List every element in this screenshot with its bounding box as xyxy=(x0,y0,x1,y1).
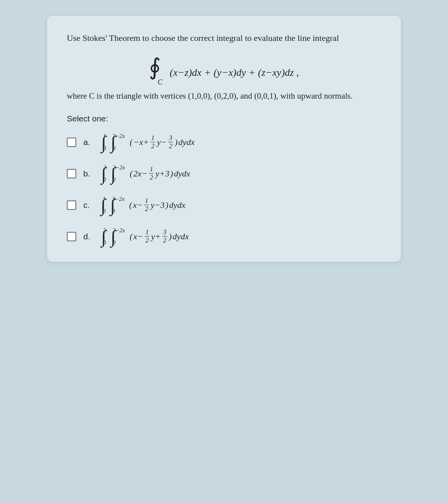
option-b-math: ∫ 2 0 ∫ 2−2x 0 ( 2x− 12 xyxy=(101,164,190,183)
where-text: where C is the triangle with vertices (1… xyxy=(67,90,381,103)
option-d-suffix: dydx xyxy=(173,231,189,242)
option-b-row: b. ∫ 2 0 ∫ 2−2x 0 ( xyxy=(67,164,381,183)
contour-integral-symbol: ∮ xyxy=(149,56,161,79)
option-b-label: b. xyxy=(83,169,90,178)
option-d-open-paren: ( xyxy=(130,231,132,242)
main-card: Use Stokes' Theorem to choose the correc… xyxy=(47,16,401,262)
option-c-term1: x− xyxy=(133,200,143,210)
option-a-frac1: 12 xyxy=(151,134,156,151)
option-b-term1: 2x− xyxy=(133,169,147,179)
option-d-y: y+ xyxy=(151,231,161,242)
option-b-open-paren: ( xyxy=(130,169,132,179)
option-a-close-paren: ) xyxy=(174,137,177,147)
option-a-frac2: 32 xyxy=(168,134,173,151)
option-c-frac1: 12 xyxy=(144,197,149,213)
option-a-y: y− xyxy=(157,137,167,147)
option-d-frac1: 12 xyxy=(145,228,150,245)
option-a-suffix: dydx xyxy=(178,137,195,147)
option-a-label: a. xyxy=(83,138,90,147)
option-d-close-paren: ) xyxy=(169,231,172,242)
option-b-y: y+3 xyxy=(155,169,169,179)
select-one-label: Select one: xyxy=(67,114,381,123)
option-d-label: d. xyxy=(83,232,90,241)
option-c-label: c. xyxy=(83,200,90,210)
option-a-open-paren: ( xyxy=(130,137,132,147)
integral-display: ∮ C (x−z)dx + (y−x)dy + (z−xy)dz , xyxy=(67,56,381,79)
option-c-row: c. ∫ 1 0 ∫ 3−2x 0 ( xyxy=(67,196,381,215)
option-d-frac2: 32 xyxy=(162,228,167,245)
option-d-math: ∫ 2 0 ∫ 2−2x 0 ( x− 12 xyxy=(101,227,189,246)
option-d-row: d. ∫ 2 0 ∫ 2−2x 0 ( xyxy=(67,227,381,246)
option-c-suffix: dydx xyxy=(169,200,185,210)
option-b-close-paren: ) xyxy=(170,169,173,179)
option-c-y: y−3 xyxy=(151,200,165,210)
option-b-checkbox[interactable] xyxy=(67,169,76,178)
integral-expression: (x−z)dx + (y−x)dy + (z−xy)dz , xyxy=(167,67,299,79)
option-d-checkbox[interactable] xyxy=(67,232,76,241)
option-c-open-paren: ( xyxy=(129,200,132,210)
option-c-checkbox[interactable] xyxy=(67,200,76,210)
option-c-math: ∫ 1 0 ∫ 3−2x 0 ( x− 12 xyxy=(101,196,185,215)
option-a-term1: −x+ xyxy=(133,137,149,147)
option-b-frac1: 12 xyxy=(149,165,154,182)
integral-subscript-c: C xyxy=(158,78,162,86)
option-d-term1: x− xyxy=(133,231,143,242)
problem-intro: Use Stokes' Theorem to choose the correc… xyxy=(67,31,381,45)
option-b-suffix: dydx xyxy=(174,169,190,179)
option-c-close-paren: ) xyxy=(165,200,168,210)
option-a-row: a. ∫ 1 0 ∫ 2−2x 0 xyxy=(67,133,381,152)
option-a-math: ∫ 1 0 ∫ 2−2x 0 ( −x+ 12 xyxy=(101,133,195,152)
options-list: a. ∫ 1 0 ∫ 2−2x 0 xyxy=(67,133,381,246)
option-a-checkbox[interactable] xyxy=(67,138,76,147)
